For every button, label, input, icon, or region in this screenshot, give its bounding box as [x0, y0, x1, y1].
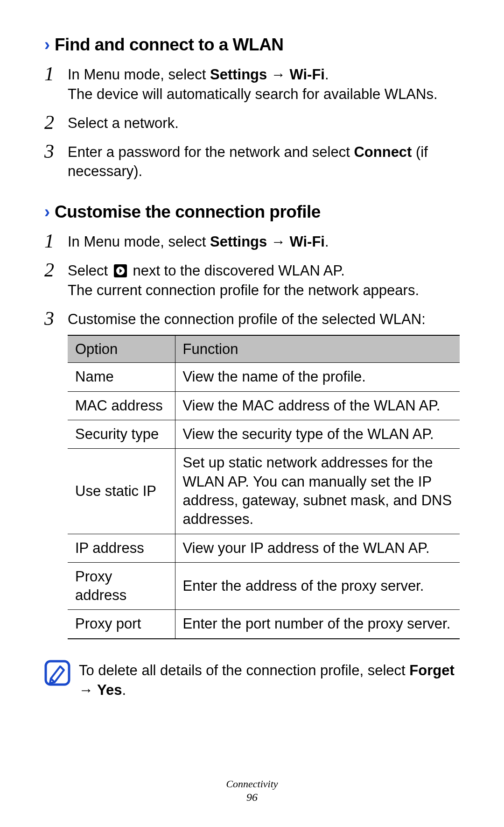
- table-row: Proxy port Enter the port number of the …: [68, 610, 460, 639]
- table-header-row: Option Function: [68, 335, 460, 363]
- step-content: Enter a password for the network and sel…: [68, 141, 460, 182]
- table-row: MAC address View the MAC address of the …: [68, 391, 460, 420]
- chevron-icon: ›: [44, 35, 50, 55]
- step-number: 1: [44, 230, 68, 251]
- table-cell-function: Enter the port number of the proxy serve…: [175, 610, 460, 639]
- step-text-suffix: .: [325, 66, 329, 83]
- table-cell-function: Set up static network addresses for the …: [175, 449, 460, 534]
- step-text-bold: Settings → Wi-Fi: [210, 233, 325, 250]
- table-row: Name View the name of the profile.: [68, 363, 460, 391]
- step-list-2: 1 In Menu mode, select Settings → Wi-Fi.…: [44, 230, 460, 652]
- footer-section-name: Connectivity: [0, 778, 504, 790]
- step-text: In Menu mode, select: [68, 233, 210, 250]
- step-item: 3 Enter a password for the network and s…: [44, 141, 460, 182]
- step-content: Customise the connection profile of the …: [68, 308, 460, 652]
- svg-rect-2: [46, 661, 69, 685]
- step-text-suffix: .: [325, 233, 329, 250]
- section-heading-find-connect: › Find and connect to a WLAN: [44, 35, 460, 55]
- step-content: In Menu mode, select Settings → Wi-Fi. T…: [68, 63, 460, 104]
- table-cell-function: View the security type of the WLAN AP.: [175, 420, 460, 449]
- heading-text: Find and connect to a WLAN: [55, 35, 284, 55]
- step-number: 3: [44, 308, 68, 328]
- note-text: To delete all details of the connection …: [79, 660, 460, 700]
- section-heading-customise: › Customise the connection profile: [44, 202, 460, 222]
- step-item: 1 In Menu mode, select Settings → Wi-Fi.…: [44, 63, 460, 104]
- step-text: Enter a password for the network and sel…: [68, 144, 354, 160]
- step-text-bold: Connect: [354, 144, 412, 160]
- detail-arrow-icon: [113, 264, 127, 278]
- table-cell-option: IP address: [68, 534, 175, 562]
- table-cell-function: View the MAC address of the WLAN AP.: [175, 391, 460, 420]
- step-text-bold: Settings → Wi-Fi: [210, 66, 325, 83]
- step-text: In Menu mode, select: [68, 66, 210, 83]
- page-footer: Connectivity 96: [0, 778, 504, 804]
- table-header-option: Option: [68, 335, 175, 363]
- table-header-function: Function: [175, 335, 460, 363]
- step-content: Select a network.: [68, 112, 460, 133]
- options-table: Option Function Name View the name of th…: [68, 335, 460, 639]
- step-text-line2: The current connection profile for the n…: [68, 282, 419, 298]
- step-number: 1: [44, 63, 68, 84]
- table-cell-option: Proxy address: [68, 562, 175, 610]
- step-text: Select: [68, 262, 112, 279]
- step-content: In Menu mode, select Settings → Wi-Fi.: [68, 230, 460, 252]
- step-item: 2 Select next to the discovered WLAN AP.…: [44, 259, 460, 300]
- table-cell-option: Use static IP: [68, 449, 175, 534]
- table-cell-option: Name: [68, 363, 175, 391]
- table-cell-function: Enter the address of the proxy server.: [175, 562, 460, 610]
- step-item: 1 In Menu mode, select Settings → Wi-Fi.: [44, 230, 460, 252]
- note-box: To delete all details of the connection …: [44, 660, 460, 700]
- step-item: 3 Customise the connection profile of th…: [44, 308, 460, 652]
- table-cell-function: View the name of the profile.: [175, 363, 460, 391]
- step-text: Customise the connection profile of the …: [68, 311, 426, 327]
- table-row: Security type View the security type of …: [68, 420, 460, 449]
- table-cell-option: Proxy port: [68, 610, 175, 639]
- footer-page-number: 96: [0, 791, 504, 804]
- table-cell-function: View your IP address of the WLAN AP.: [175, 534, 460, 562]
- step-text-after-icon: next to the discovered WLAN AP.: [129, 262, 345, 279]
- table-row: Use static IP Set up static network addr…: [68, 449, 460, 534]
- step-number: 2: [44, 259, 68, 280]
- step-list-1: 1 In Menu mode, select Settings → Wi-Fi.…: [44, 63, 460, 181]
- step-text: Select a network.: [68, 115, 179, 131]
- table-row: Proxy address Enter the address of the p…: [68, 562, 460, 610]
- chevron-icon: ›: [44, 202, 50, 222]
- note-suffix: .: [122, 682, 126, 698]
- table-cell-option: Security type: [68, 420, 175, 449]
- heading-text: Customise the connection profile: [55, 202, 321, 222]
- step-content: Select next to the discovered WLAN AP. T…: [68, 259, 460, 300]
- table-row: IP address View your IP address of the W…: [68, 534, 460, 562]
- note-prefix: To delete all details of the connection …: [79, 662, 409, 679]
- step-text-line2: The device will automatically search for…: [68, 86, 438, 102]
- note-info-icon: [44, 660, 70, 686]
- step-item: 2 Select a network.: [44, 112, 460, 133]
- step-number: 3: [44, 141, 68, 161]
- table-cell-option: MAC address: [68, 391, 175, 420]
- step-number: 2: [44, 112, 68, 132]
